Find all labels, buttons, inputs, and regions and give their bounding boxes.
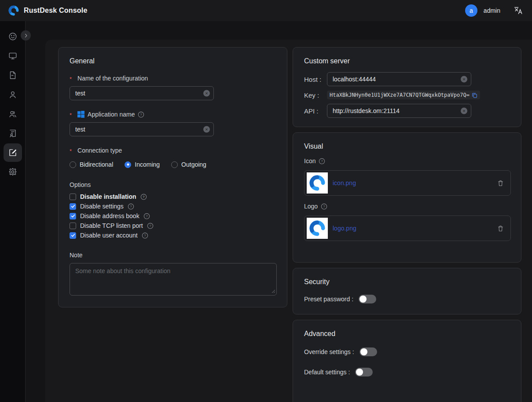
security-title: Security (304, 278, 510, 286)
clear-icon[interactable]: × (203, 126, 210, 133)
svg-text:?: ? (143, 195, 145, 199)
host-field: × (327, 72, 471, 86)
sidebar-item-devices[interactable] (4, 47, 22, 65)
help-icon[interactable]: ? (138, 111, 144, 118)
sidebar-item-users[interactable] (4, 85, 22, 104)
sidebar-item-settings[interactable] (4, 163, 22, 181)
svg-text:?: ? (321, 159, 323, 163)
checkbox (70, 203, 76, 210)
help-icon[interactable]: ? (142, 232, 148, 239)
svg-text:?: ? (146, 214, 148, 218)
help-icon[interactable]: ? (147, 223, 154, 229)
app-name-label: Application name ? (70, 111, 276, 118)
user-avatar[interactable]: a (465, 4, 477, 17)
api-input[interactable] (327, 104, 471, 118)
checkbox-disable-address-book[interactable]: Disable address book ? (70, 211, 276, 221)
icon-file-link[interactable]: icon.png (333, 179, 356, 186)
radio-dot (171, 161, 178, 168)
checkbox-disable-installation[interactable]: Disable installation ? (70, 192, 276, 201)
sidebar-item-dashboard[interactable] (4, 27, 22, 46)
trash-icon[interactable] (497, 179, 504, 187)
checkbox-disable-settings[interactable]: Disable settings ? (70, 201, 276, 211)
preset-password-toggle[interactable] (359, 295, 376, 303)
svg-text:?: ? (149, 224, 151, 228)
connection-type-label: Connection type (70, 147, 276, 154)
copy-icon[interactable] (472, 92, 477, 98)
edit-icon (8, 148, 18, 157)
svg-text:?: ? (130, 205, 132, 208)
document-icon (8, 70, 18, 80)
sidebar (0, 21, 26, 402)
help-icon[interactable]: ? (143, 213, 150, 219)
note-field (70, 263, 277, 297)
note-textarea[interactable] (70, 263, 277, 296)
clear-icon[interactable]: × (461, 108, 467, 114)
clear-icon[interactable]: × (461, 76, 467, 83)
content-panel: General Name of the configuration × (45, 40, 532, 402)
logo-file-row: logo.png (304, 216, 511, 241)
radio-dot (125, 161, 131, 168)
sidebar-item-assignments[interactable] (4, 124, 22, 143)
translate-icon[interactable] (513, 5, 524, 16)
security-card: Security Preset password : (293, 268, 521, 314)
windows-logo-icon (77, 111, 84, 118)
icon-file-row: icon.png (304, 170, 511, 196)
logo-file-link[interactable]: logo.png (333, 225, 356, 232)
app-title: RustDesk Console (24, 7, 88, 15)
advanced-title: Advanced (304, 330, 510, 338)
help-icon[interactable]: ? (321, 203, 327, 210)
host-input[interactable] (327, 72, 471, 86)
connection-type-group: Bidirectional Incoming Outgoing (70, 161, 276, 168)
custom-server-card: Custom server Host : × Key : HtaXBkJNHyn… (293, 47, 521, 127)
help-icon[interactable]: ? (128, 203, 134, 210)
help-icon[interactable]: ? (319, 158, 325, 164)
app-name-input[interactable] (70, 122, 214, 136)
document-user-icon (8, 128, 18, 138)
radio-incoming[interactable]: Incoming (125, 161, 160, 168)
general-card: General Name of the configuration × (58, 47, 287, 307)
gear-icon (8, 167, 18, 177)
app-name-field: × (70, 122, 214, 136)
brand: RustDesk Console (8, 5, 88, 16)
trash-icon[interactable] (497, 225, 504, 232)
default-settings-toggle[interactable] (355, 368, 373, 376)
default-settings-label: Default settings : (304, 369, 350, 376)
sidebar-item-groups[interactable] (4, 105, 22, 123)
visual-title: Visual (304, 143, 510, 150)
radio-outgoing[interactable]: Outgoing (171, 161, 206, 168)
api-field: × (327, 104, 471, 118)
radio-bidirectional[interactable]: Bidirectional (70, 161, 113, 168)
checkbox (70, 223, 76, 229)
logo-label: Logo ? (304, 203, 510, 210)
checkbox (70, 213, 76, 219)
radio-dot (70, 161, 76, 168)
svg-text:?: ? (144, 234, 146, 238)
checkbox-disable-user-account[interactable]: Disable user account ? (70, 230, 276, 240)
override-settings-toggle[interactable] (360, 347, 377, 356)
svg-text:?: ? (323, 205, 325, 208)
sidebar-item-custom-client[interactable] (4, 143, 22, 162)
clear-icon[interactable]: × (203, 90, 210, 97)
config-name-input[interactable] (70, 86, 214, 100)
user-icon (8, 90, 18, 99)
rustdesk-logo-icon (8, 5, 19, 16)
logo-thumbnail (307, 218, 328, 239)
key-label: Key : (304, 91, 327, 99)
visual-card: Visual Icon ? icon.png (293, 132, 521, 263)
advanced-card: Advanced Override settings : Default set… (293, 320, 521, 402)
sidebar-expand-button[interactable] (21, 30, 31, 40)
options-label: Options (70, 181, 276, 188)
help-icon[interactable]: ? (140, 194, 147, 200)
host-label: Host : (304, 76, 327, 83)
sidebar-item-audit[interactable] (4, 66, 22, 84)
config-name-field: × (70, 86, 214, 100)
override-settings-label: Override settings : (304, 348, 354, 355)
checkbox-disable-tcp-listen-port[interactable]: Disable TCP listen port ? (70, 221, 276, 230)
note-label: Note (70, 252, 276, 259)
api-label: API : (304, 107, 327, 115)
svg-text:?: ? (140, 113, 143, 117)
username[interactable]: admin (484, 7, 500, 14)
smiley-icon (8, 32, 18, 41)
server-key-value: HtaXBkJNHyn0e1U1jWXze7A7CN7QTGWqxkOtpaVp… (327, 91, 480, 99)
user-group-icon (8, 109, 18, 119)
